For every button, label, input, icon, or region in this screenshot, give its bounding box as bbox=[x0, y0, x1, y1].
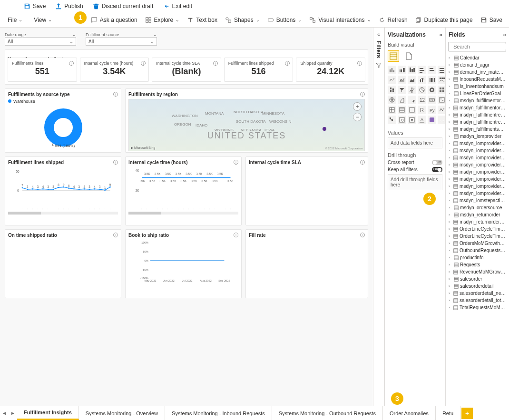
explore-button[interactable]: Explore⌄ bbox=[142, 15, 183, 25]
page-tab[interactable]: Systems Monitoring - Overview bbox=[79, 406, 165, 420]
collapse-fields-icon[interactable]: » bbox=[503, 31, 506, 38]
viz-type-button[interactable] bbox=[408, 116, 416, 124]
viz-type-button[interactable] bbox=[428, 116, 436, 124]
collapse-viz-icon[interactable]: » bbox=[439, 31, 442, 38]
field-table-item[interactable]: › msdyn_iomprovideracti… bbox=[449, 147, 506, 154]
viz-type-button[interactable] bbox=[398, 96, 406, 104]
info-icon[interactable]: i bbox=[113, 233, 118, 237]
build-fields-tab[interactable] bbox=[388, 50, 399, 62]
viz-type-button[interactable] bbox=[388, 116, 396, 124]
add-page-button[interactable]: + bbox=[461, 408, 473, 419]
file-menu[interactable]: File bbox=[4, 15, 26, 25]
field-table-item[interactable]: › msdyn_fulfillmentorder bbox=[449, 97, 506, 104]
field-table-item[interactable]: › msdyn_returnorder bbox=[449, 211, 506, 218]
refresh-button[interactable]: Refresh bbox=[376, 15, 411, 25]
page-tab[interactable]: Fulfillment Insights bbox=[17, 406, 79, 420]
field-table-item[interactable]: › demand_aggr bbox=[449, 61, 506, 68]
viz-type-button[interactable] bbox=[408, 86, 416, 94]
viz-type-button[interactable]: KPI bbox=[428, 96, 436, 104]
viz-type-button[interactable]: … bbox=[438, 116, 445, 124]
keep-filters-toggle[interactable]: On bbox=[432, 167, 442, 172]
buttons-button[interactable]: Buttons⌄ bbox=[264, 15, 305, 25]
chevron-down-icon[interactable]: ⌄ bbox=[150, 39, 154, 44]
field-table-item[interactable]: › RevenueMoMGrowthR… bbox=[449, 268, 506, 275]
ask-question-button[interactable]: Ask a question bbox=[88, 15, 140, 25]
lines-shipped-tile[interactable]: Fulfillment lines shipped i 50 0 7343433… bbox=[5, 156, 121, 225]
field-table-item[interactable]: › OutboundRequestsMo… bbox=[449, 247, 506, 254]
fulfillments-by-region-tile[interactable]: Fulfillments by region i UNITED STATES +… bbox=[125, 88, 368, 153]
discard-button[interactable]: Discard current draft bbox=[89, 1, 157, 11]
info-icon[interactable]: i bbox=[285, 61, 290, 66]
viz-type-button[interactable] bbox=[408, 66, 416, 74]
field-table-item[interactable]: › demand_inv_matching bbox=[449, 68, 506, 76]
fulfillments-by-source-tile[interactable]: Fulfillments by source type i Warehouse … bbox=[5, 88, 121, 153]
viz-type-button[interactable] bbox=[428, 86, 436, 94]
field-table-item[interactable]: › Calendar bbox=[449, 54, 506, 61]
page-tab[interactable]: Systems Monitoring - Inbound Requests bbox=[165, 406, 272, 420]
date-range-slicer[interactable]: Date range⌄ All⌄ bbox=[5, 32, 76, 46]
viz-type-button[interactable] bbox=[388, 86, 396, 94]
viz-type-button[interactable] bbox=[438, 76, 445, 84]
viz-type-button[interactable] bbox=[398, 76, 406, 84]
scrollbar[interactable] bbox=[128, 212, 238, 215]
field-table-item[interactable]: › msdyn_returnorderdetail bbox=[449, 218, 506, 225]
field-table-item[interactable]: › msdyn_iomproviderme… bbox=[449, 190, 506, 197]
field-table-item[interactable]: › msdyn_iomproviderdefi… bbox=[449, 161, 506, 168]
values-drop-well[interactable]: Add data fields here bbox=[388, 137, 442, 148]
info-icon[interactable]: i bbox=[141, 61, 146, 66]
chevron-down-icon[interactable]: ⌄ bbox=[153, 32, 157, 37]
field-table-item[interactable]: › msdyn_iomprovideracti… bbox=[449, 140, 506, 147]
kpi-card[interactable]: i Shipped quantity 24.12K bbox=[296, 58, 365, 82]
viz-type-button[interactable] bbox=[408, 106, 416, 114]
field-table-item[interactable]: › salesorderdetail_totalor… bbox=[449, 297, 506, 304]
ontime-tile[interactable]: On time shipped ratio i bbox=[5, 229, 121, 298]
kpi-card[interactable]: i Internal cycle time (hours) 3.54K bbox=[80, 58, 149, 82]
viz-type-button[interactable] bbox=[398, 86, 406, 94]
info-icon[interactable]: i bbox=[360, 92, 365, 97]
publish-button[interactable]: Publish bbox=[51, 1, 87, 11]
viz-type-button[interactable] bbox=[438, 66, 445, 74]
field-table-item[interactable]: › msdyn_iomprovideracti… bbox=[449, 154, 506, 161]
fill-rate-tile[interactable]: Fill rate i bbox=[245, 229, 368, 298]
fields-search[interactable] bbox=[449, 42, 506, 51]
viz-type-button[interactable] bbox=[388, 96, 396, 104]
viz-type-button[interactable] bbox=[408, 96, 416, 104]
scrollbar[interactable] bbox=[8, 212, 118, 215]
viz-type-button[interactable] bbox=[428, 76, 436, 84]
cycle-time-tile[interactable]: Internal cycle time (hours) i 4K 2K 3.5K… bbox=[125, 156, 242, 225]
zoom-in-button[interactable]: + bbox=[353, 102, 362, 111]
search-input[interactable] bbox=[453, 44, 509, 49]
page-tab[interactable]: Systems Monitoring - Outbound Requests bbox=[272, 406, 383, 420]
visual-interactions-button[interactable]: Visual interactions⌄ bbox=[306, 15, 373, 25]
info-icon[interactable]: i bbox=[357, 61, 362, 66]
info-icon[interactable]: i bbox=[360, 160, 365, 165]
viz-type-button[interactable] bbox=[398, 66, 406, 74]
viz-type-button[interactable] bbox=[408, 76, 416, 84]
info-icon[interactable]: i bbox=[360, 233, 365, 237]
shapes-button[interactable]: Shapes⌄ bbox=[222, 15, 263, 25]
field-table-item[interactable]: › msdyn_iomproviderme… bbox=[449, 168, 506, 176]
kpi-card[interactable]: i Internal cycle time SLA (Blank) bbox=[152, 58, 221, 82]
viz-type-button[interactable] bbox=[388, 66, 396, 74]
field-table-item[interactable]: › salesorder bbox=[449, 275, 506, 283]
kpi-card[interactable]: i Fulfillments lines 551 bbox=[8, 58, 77, 82]
info-icon[interactable]: i bbox=[113, 92, 118, 97]
info-icon[interactable]: i bbox=[234, 160, 238, 165]
viz-type-button[interactable] bbox=[388, 106, 396, 114]
save-button[interactable]: Save bbox=[20, 1, 49, 11]
field-table-item[interactable]: › msdyn_fulfillmentretur… bbox=[449, 111, 506, 118]
save2-button[interactable]: Save bbox=[478, 15, 505, 25]
field-table-item[interactable]: › OrderLineCycleTimeGoal bbox=[449, 225, 506, 233]
viz-type-button[interactable]: Q bbox=[398, 116, 406, 124]
tab-scroll-left[interactable]: ◄ bbox=[0, 410, 9, 416]
viz-type-button[interactable] bbox=[418, 86, 426, 94]
viz-type-button[interactable] bbox=[418, 116, 426, 124]
build-format-tab[interactable] bbox=[403, 50, 414, 62]
viz-type-button[interactable] bbox=[418, 76, 426, 84]
field-table-item[interactable]: › msdyn_iomstepactione… bbox=[449, 197, 506, 204]
field-table-item[interactable]: › msdyn_iomproviderme… bbox=[449, 183, 506, 190]
report-canvas[interactable]: Date range⌄ All⌄ Fulfillment source⌄ All… bbox=[0, 28, 373, 406]
viz-type-button[interactable] bbox=[398, 106, 406, 114]
fulfillment-source-slicer[interactable]: Fulfillment source⌄ All⌄ bbox=[86, 32, 157, 46]
viz-type-button[interactable]: R bbox=[418, 106, 426, 114]
